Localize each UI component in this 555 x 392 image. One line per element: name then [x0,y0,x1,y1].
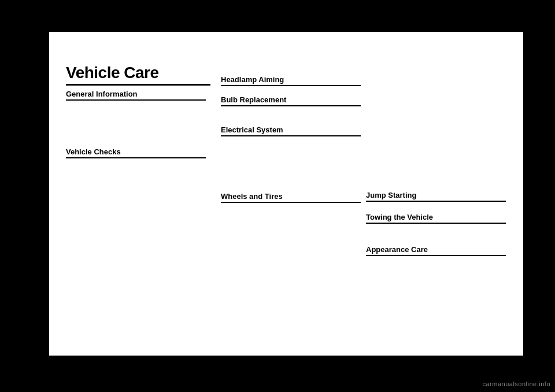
label-wheels-and-tires[interactable]: Wheels and Tires [221,192,361,203]
label-general-information[interactable]: General Information [66,90,206,101]
label-jump-starting[interactable]: Jump Starting [366,191,506,202]
page-background: Vehicle Care General Information Vehicle… [0,0,555,392]
label-headlamp-aiming[interactable]: Headlamp Aiming [221,75,361,86]
label-vehicle-checks[interactable]: Vehicle Checks [66,147,206,158]
label-appearance-care[interactable]: Appearance Care [366,245,506,256]
label-electrical-system[interactable]: Electrical System [221,125,361,136]
main-title: Vehicle Care [66,64,210,86]
watermark: carmanualsonline.info [482,380,550,387]
label-towing-the-vehicle[interactable]: Towing the Vehicle [366,213,506,224]
label-bulb-replacement[interactable]: Bulb Replacement [221,95,361,106]
